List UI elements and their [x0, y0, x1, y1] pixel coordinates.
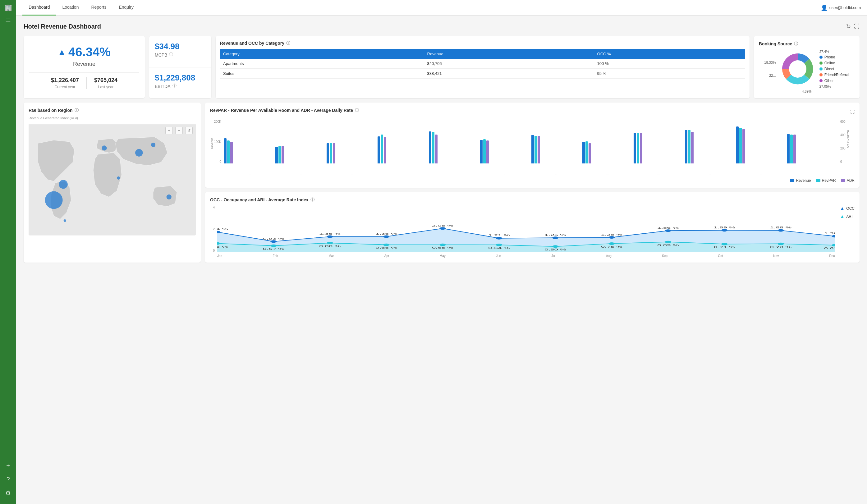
y-right-label: RevPAR & AD... — [846, 130, 849, 150]
sidebar: 🏢 ☰ + ? ⚙ — [0, 0, 16, 504]
map-zoom-out[interactable]: − — [175, 127, 183, 134]
y-left-200k: 200K — [210, 120, 221, 124]
legend-friend: Friend/Referral — [824, 73, 849, 77]
svg-text:1.38 %: 1.38 % — [824, 232, 835, 235]
svg-text:0.93 %: 0.93 % — [263, 237, 285, 240]
booking-title: Booking Source ⓘ — [759, 41, 855, 46]
refresh-icon[interactable]: ↻ — [846, 23, 851, 30]
user-email: user@boldbi.com — [829, 5, 861, 10]
tab-reports[interactable]: Reports — [85, 0, 113, 15]
cell-category: Suites — [220, 69, 424, 79]
map-card: RGI based on Region ⓘ Revenue Generated … — [24, 103, 201, 262]
bar-revpar — [432, 132, 435, 163]
revpar-x-labels: .................. .................. — [224, 172, 837, 176]
cell-revenue: $40,706 — [424, 59, 594, 69]
bar-adr — [691, 132, 694, 163]
bar-revenue — [224, 138, 226, 163]
revpar-expand-icon[interactable]: ⛶ — [850, 109, 855, 114]
occ-dot-10 — [721, 229, 727, 232]
sidebar-icon-building[interactable]: 🏢 — [4, 4, 12, 11]
bar-group — [787, 134, 837, 163]
cell-revenue: $38,421 — [424, 69, 594, 79]
ebitda-label: EBITDA — [155, 84, 171, 89]
occ-dot-2 — [270, 240, 277, 243]
rgi-title-text: RGI based on Region — [29, 108, 73, 113]
revpar-chart-area: 200K 100K 0 Revenue — [210, 120, 855, 176]
bar-adr — [486, 140, 489, 163]
bar-revenue — [736, 127, 739, 163]
fullscreen-icon[interactable]: ⛶ — [854, 23, 859, 30]
ari-dot-11 — [778, 243, 784, 245]
ari-dot-3 — [327, 242, 333, 244]
revenue-percent-value: 46.34% — [68, 45, 111, 59]
occ-chart-title-text: OCC - Occupancy and ARI - Average Rate I… — [210, 197, 309, 202]
ebitda-info-icon[interactable]: ⓘ — [172, 83, 176, 88]
svg-text:1.89 %: 1.89 % — [714, 226, 735, 229]
legend-other: Other — [824, 79, 834, 83]
sidebar-menu-toggle[interactable]: ☰ — [5, 18, 11, 25]
map-bubble-7 — [117, 176, 120, 180]
occ-table-title: Revenue and OCC by Category ⓘ — [220, 40, 745, 46]
bar-adr — [742, 129, 745, 163]
rgi-info-icon[interactable]: ⓘ — [75, 108, 79, 113]
legend-adr-color — [841, 179, 845, 182]
bar-revpar — [227, 140, 229, 163]
occ-chart-info-icon[interactable]: ⓘ — [310, 197, 314, 203]
occ-y-4: 4 — [210, 206, 215, 209]
occ-chart-card: OCC - Occupancy and ARI - Average Rate I… — [205, 192, 859, 262]
booking-donut-chart — [779, 50, 816, 88]
legend-adr-label: ADR — [847, 178, 855, 183]
bar-revpar — [483, 139, 486, 163]
triangle-up-icon: ▲ — [58, 47, 66, 57]
svg-text:1.28 %: 1.28 % — [601, 233, 623, 236]
map-zoom-in[interactable]: + — [165, 127, 173, 134]
bar-revpar — [535, 136, 537, 163]
bar-adr — [793, 135, 796, 163]
bar-revenue — [377, 137, 380, 163]
current-year-stat: $1,226,407 Current year — [43, 77, 87, 89]
revpar-info-icon[interactable]: ⓘ — [355, 108, 359, 113]
bar-adr — [384, 137, 386, 163]
bar-adr — [589, 143, 591, 163]
occ-title-text: Revenue and OCC by Category — [220, 41, 284, 46]
tab-location[interactable]: Location — [56, 0, 85, 15]
bar-revpar — [688, 130, 691, 163]
sidebar-icon-settings[interactable]: ⚙ — [5, 489, 11, 496]
revenue-percent: ▲ 46.34% — [58, 45, 110, 59]
booking-info-icon[interactable]: ⓘ — [794, 41, 798, 46]
booking-label-1833: 18.33% — [764, 61, 775, 64]
bar-revpar — [637, 133, 639, 163]
bar-revpar — [381, 135, 383, 163]
mcpb-info-icon[interactable]: ⓘ — [169, 52, 173, 57]
booking-label-2705: 27.05% — [820, 85, 849, 88]
bar-group — [480, 139, 531, 163]
map-bubble-5 — [151, 143, 156, 147]
table-row: Suites $38,421 95 % — [220, 69, 745, 79]
user-account-icon: 👤 — [821, 4, 827, 11]
bar-adr — [230, 142, 233, 163]
revpar-title: RevPAR - Revenue Per Available Room and … — [210, 108, 359, 113]
occ-chart-area: 4 2 0 — [210, 206, 855, 258]
occ-table: Category Revenue OCC % Apartments $40,70… — [220, 49, 745, 79]
occ-chart-title: OCC - Occupancy and ARI - Average Rate I… — [210, 197, 855, 203]
sidebar-icon-help[interactable]: ? — [6, 476, 10, 483]
ebitda-label-row: EBITDA ⓘ — [155, 83, 206, 89]
bar-group — [275, 146, 326, 163]
page-actions: ↻ ⛶ — [843, 22, 859, 31]
metrics-card: $34.98 MCPB ⓘ $1,229,808 EBITDA ⓘ — [149, 36, 211, 98]
tab-enquiry[interactable]: Enquiry — [113, 0, 140, 15]
occ-info-icon[interactable]: ⓘ — [286, 40, 290, 46]
ari-dot-4 — [383, 244, 389, 246]
y-right-600: 600 — [840, 120, 855, 124]
occ-dot-9 — [665, 229, 671, 232]
bar-group — [685, 130, 735, 163]
sidebar-icon-add[interactable]: + — [6, 462, 10, 470]
tab-dashboard[interactable]: Dashboard — [22, 0, 56, 15]
occ-y-2: 2 — [210, 227, 215, 231]
svg-text:0.71 %: 0.71 % — [714, 246, 735, 249]
svg-text:0.57 %: 0.57 % — [263, 247, 285, 250]
legend-occ-label: OCC — [846, 206, 855, 211]
booking-legend: Phone Online Direct Friend/Referral Othe… — [820, 55, 849, 83]
map-reset[interactable]: ↺ — [185, 127, 193, 134]
cell-occ: 100 % — [594, 59, 745, 69]
